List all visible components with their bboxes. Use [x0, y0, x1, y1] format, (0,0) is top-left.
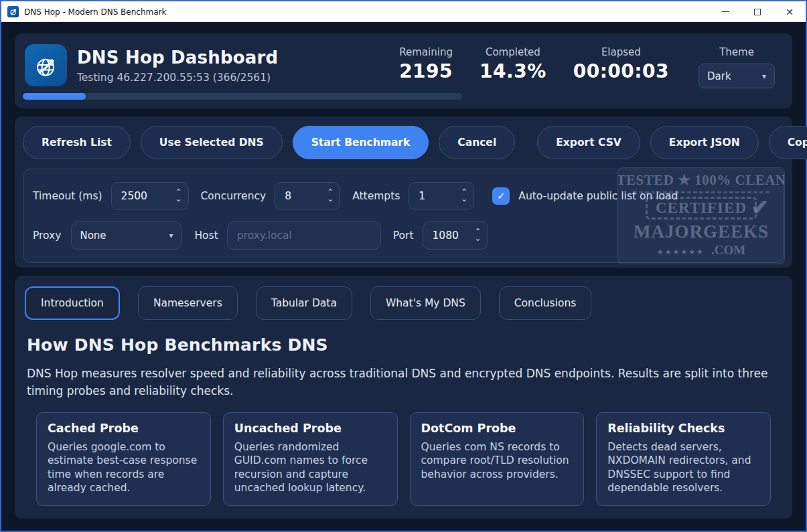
export-csv-button[interactable]: Export CSV: [537, 126, 640, 159]
spinner-down-icon[interactable]: ⌄: [461, 196, 467, 203]
attempts-label: Attempts: [352, 190, 400, 202]
close-icon: ✕: [786, 7, 794, 17]
app-logo-icon: [25, 44, 67, 86]
port-label: Port: [393, 230, 414, 242]
auto-update-checkbox[interactable]: ✓: [492, 187, 510, 205]
host-input[interactable]: [227, 221, 381, 250]
stat-label: Elapsed: [573, 46, 669, 58]
settings-row-1: Timeout (ms) ⌃ ⌄ Concurrency ⌃ ⌄: [33, 182, 774, 210]
card-title: DotCom Probe: [421, 422, 573, 435]
stat-elapsed: Elapsed 00:00:03: [573, 46, 669, 108]
app-window: DNS Hop - Modern DNS Benchmark — ✕: [0, 0, 807, 532]
proxy-value: None: [80, 230, 106, 242]
spinner-down-icon[interactable]: ⌄: [327, 196, 334, 203]
app-icon: [7, 6, 19, 17]
chevron-down-icon: ▾: [169, 231, 173, 240]
tab-introduction[interactable]: Introduction: [25, 286, 120, 320]
stat-label: Completed: [480, 46, 546, 58]
timeout-input[interactable]: [121, 190, 173, 202]
spinner-down-icon[interactable]: ⌄: [175, 196, 181, 203]
use-selected-dns-button[interactable]: Use Selected DNS: [141, 126, 283, 159]
proxy-label: Proxy: [33, 230, 61, 242]
timeout-label: Timeout (ms): [33, 190, 102, 202]
host-label: Host: [194, 230, 218, 242]
chevron-down-icon: ▾: [762, 72, 766, 81]
progress-bar: [23, 93, 462, 100]
attempts-input[interactable]: [419, 190, 458, 202]
stat-completed: Completed 14.3%: [480, 46, 546, 108]
auto-update-label: Auto-update public list on load: [518, 190, 678, 202]
tab-whats-my-dns[interactable]: What's My DNS: [370, 286, 481, 320]
testing-status: Testing 46.227.200.55:53 (366/2561): [77, 72, 278, 84]
toolbar-panel: Refresh List Use Selected DNS Start Benc…: [15, 116, 792, 268]
progress-fill: [23, 93, 86, 100]
card-title: Reliability Checks: [607, 422, 759, 435]
timeout-stepper[interactable]: ⌃ ⌄: [111, 182, 189, 210]
card-body: Queries google.com to estimate best-case…: [48, 440, 200, 495]
window-controls: — ✕: [709, 1, 806, 22]
theme-block: Theme Dark ▾: [699, 44, 775, 108]
tab-bar: Introduction Nameservers Tabular Data Wh…: [25, 286, 782, 320]
start-benchmark-button[interactable]: Start Benchmark: [293, 126, 429, 159]
card-title: Cached Probe: [48, 422, 200, 435]
tab-tabular-data[interactable]: Tabular Data: [256, 286, 352, 320]
tab-nameservers[interactable]: Nameservers: [138, 286, 238, 320]
maximize-button[interactable]: [741, 1, 774, 22]
concurrency-stepper[interactable]: ⌃ ⌄: [275, 182, 340, 210]
probe-cards: Cached Probe Queries google.com to estim…: [25, 412, 782, 506]
attempts-stepper[interactable]: ⌃ ⌄: [409, 182, 474, 210]
stat-value: 00:00:03: [573, 60, 669, 82]
content-heading: How DNS Hop Benchmarks DNS: [27, 335, 780, 355]
card-title: Uncached Probe: [234, 422, 386, 435]
port-stepper[interactable]: ⌃ ⌄: [423, 221, 488, 250]
minimize-icon: —: [721, 6, 730, 16]
export-json-button[interactable]: Export JSON: [650, 126, 759, 159]
card-uncached-probe: Uncached Probe Queries randomized GUID.c…: [223, 412, 398, 506]
settings-box: Timeout (ms) ⌃ ⌄ Concurrency ⌃ ⌄: [23, 169, 784, 263]
stat-value: 2195: [399, 60, 453, 82]
spinner-down-icon[interactable]: ⌄: [474, 236, 481, 242]
header-panel: DNS Hop Dashboard Testing 46.227.200.55:…: [15, 33, 792, 108]
refresh-list-button[interactable]: Refresh List: [23, 126, 131, 159]
port-input[interactable]: [433, 230, 472, 242]
content-intro: DNS Hop measures resolver speed and reli…: [27, 365, 780, 400]
card-body: Queries com NS records to compare root/T…: [421, 440, 573, 481]
concurrency-input[interactable]: [285, 190, 324, 202]
theme-select[interactable]: Dark ▾: [699, 64, 775, 88]
cancel-button[interactable]: Cancel: [439, 126, 515, 159]
card-cached-probe: Cached Probe Queries google.com to estim…: [36, 412, 211, 506]
titlebar: DNS Hop - Modern DNS Benchmark — ✕: [1, 1, 806, 22]
tab-conclusions[interactable]: Conclusions: [499, 286, 592, 320]
card-body: Detects dead servers, NXDOMAIN redirecto…: [607, 440, 759, 495]
window-title: DNS Hop - Modern DNS Benchmark: [24, 7, 166, 17]
check-icon: ✓: [497, 190, 506, 202]
stat-value: 14.3%: [480, 60, 546, 82]
maximize-icon: [754, 9, 761, 15]
card-body: Queries randomized GUID.com names to for…: [234, 440, 386, 495]
copy-chart-png-button[interactable]: Copy Chart PNG: [769, 126, 807, 159]
proxy-select[interactable]: None ▾: [71, 221, 181, 250]
concurrency-label: Concurrency: [201, 190, 267, 202]
settings-row-2: Proxy None ▾ Host Port ⌃ ⌄: [33, 221, 774, 250]
minimize-button[interactable]: —: [709, 1, 741, 22]
card-reliability-checks: Reliability Checks Detects dead servers,…: [596, 412, 771, 506]
main-area: DNS Hop Dashboard Testing 46.227.200.55:…: [3, 23, 804, 529]
stat-label: Remaining: [399, 46, 453, 58]
card-dotcom-probe: DotCom Probe Queries com NS records to c…: [410, 412, 585, 506]
close-button[interactable]: ✕: [774, 1, 806, 22]
dashboard-title: DNS Hop Dashboard: [77, 48, 278, 68]
content-panel: Introduction Nameservers Tabular Data Wh…: [15, 276, 792, 519]
theme-label: Theme: [699, 46, 775, 58]
theme-value: Dark: [707, 70, 731, 82]
toolbar-buttons: Refresh List Use Selected DNS Start Benc…: [23, 126, 784, 159]
